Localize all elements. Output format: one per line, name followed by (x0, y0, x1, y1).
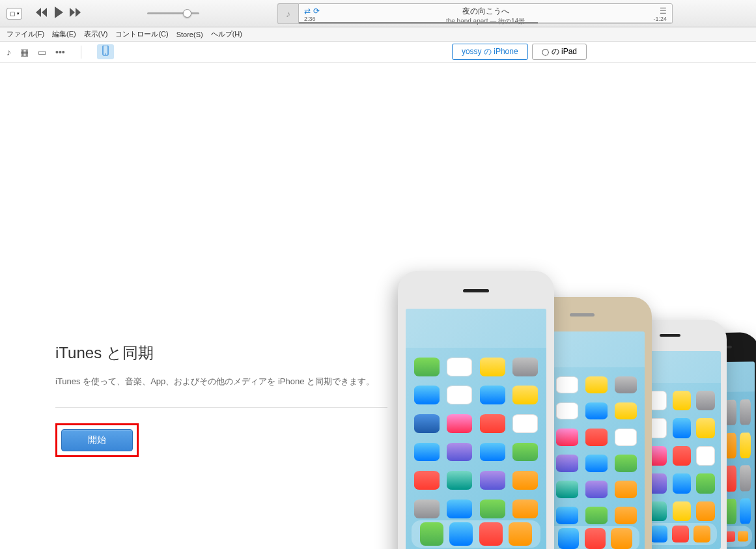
next-icon[interactable] (69, 8, 82, 20)
now-playing-display[interactable]: ⇄ ⟳ ☰ 夜の向こうへ the band apart — 街の14景 2:36… (298, 3, 673, 24)
menu-help[interactable]: ヘルプ(H) (211, 29, 242, 39)
divider (55, 407, 387, 408)
more-tab-icon[interactable]: ••• (55, 47, 65, 57)
music-tab-icon[interactable]: ♪ (7, 47, 11, 57)
menu-store[interactable]: Store(S) (176, 31, 203, 38)
content-area: iTunes と同期 iTunes を使って、音楽、App、およびその他のメディ… (0, 63, 756, 549)
transport-controls (35, 7, 82, 21)
movies-tab-icon[interactable]: ▦ (20, 47, 29, 57)
device-pill-ipad[interactable]: ◯ の iPad (532, 44, 587, 60)
previous-icon[interactable] (35, 8, 48, 20)
tab-divider (81, 46, 81, 59)
device-pill-iphone[interactable]: yossy の iPhone (452, 44, 528, 60)
sync-panel: iTunes と同期 iTunes を使って、音楽、App、およびその他のメディ… (55, 343, 387, 457)
library-tab-bar: ♪ ▦ ▭ ••• yossy の iPhone ◯ の iPad (0, 42, 756, 63)
album-art-icon[interactable]: ♪ (277, 3, 298, 24)
play-icon[interactable] (53, 7, 64, 21)
sync-description: iTunes を使って、音楽、App、およびその他のメディアを iPhone と… (55, 375, 387, 389)
time-elapsed: 2:36 (304, 16, 316, 22)
menu-view[interactable]: 表示(V) (84, 29, 108, 39)
tv-tab-icon[interactable]: ▭ (38, 47, 46, 57)
volume-knob[interactable] (183, 9, 191, 18)
queue-list-icon[interactable]: ☰ (660, 7, 667, 16)
device-tab-icon[interactable] (97, 44, 114, 59)
start-button[interactable]: 開始 (61, 429, 133, 451)
repeat-icon[interactable]: ⟳ (313, 7, 320, 16)
device-ipad-label: の iPad (552, 46, 577, 57)
track-artist: the band apart — 街の14景 (305, 17, 665, 26)
ipad-icon: ◯ (542, 48, 549, 55)
progress-bar[interactable] (299, 22, 672, 23)
menu-control[interactable]: コントロール(C) (115, 29, 168, 39)
sync-title: iTunes と同期 (55, 343, 387, 363)
time-remaining: -1:24 (653, 16, 667, 22)
player-bar: ▢ ♪ ⇄ ⟳ ☰ 夜の向こうへ the band apart — 街の14景 … (0, 0, 756, 27)
menu-edit[interactable]: 編集(E) (52, 29, 76, 39)
shuffle-icon[interactable]: ⇄ (304, 7, 311, 16)
window-control-button[interactable]: ▢ (7, 8, 22, 20)
device-iphone-label: yossy の iPhone (462, 46, 518, 57)
menu-file[interactable]: ファイル(F) (7, 29, 44, 39)
iphone-promo-image (398, 258, 756, 549)
svg-point-1 (105, 53, 106, 55)
menu-bar: ファイル(F) 編集(E) 表示(V) コントロール(C) Store(S) ヘ… (0, 27, 756, 42)
volume-slider[interactable] (147, 12, 199, 14)
start-button-highlight: 開始 (55, 423, 139, 457)
track-title: 夜の向こうへ (305, 6, 665, 17)
